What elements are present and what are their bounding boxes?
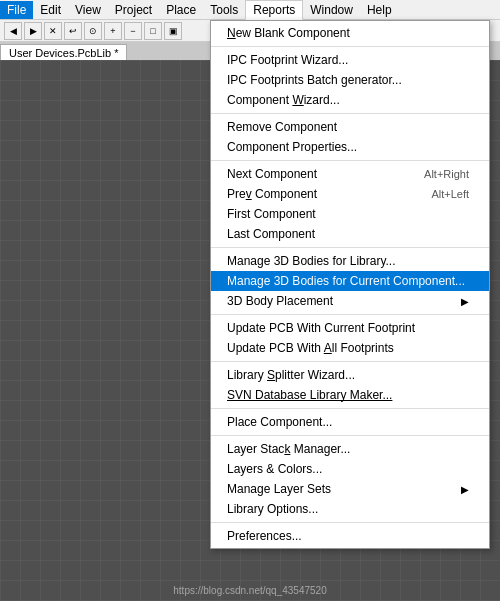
toolbar-btn-4[interactable]: ↩: [64, 22, 82, 40]
menu-last-comp-label: Last Component: [227, 227, 315, 241]
toolbar-btn-2[interactable]: ▶: [24, 22, 42, 40]
separator-9: [211, 522, 489, 523]
separator-3: [211, 160, 489, 161]
menu-comp-props[interactable]: Component Properties...: [211, 137, 489, 157]
menu-manage-layers-label: Manage Layer Sets: [227, 482, 331, 496]
toolbar-btn-7[interactable]: −: [124, 22, 142, 40]
menu-ipc-wizard-label: IPC Footprint Wizard...: [227, 53, 348, 67]
menu-new-blank-label: New Blank Component: [227, 26, 350, 40]
tools-dropdown-menu: New Blank Component IPC Footprint Wizard…: [210, 20, 490, 549]
toolbar-btn-9[interactable]: ▣: [164, 22, 182, 40]
menu-manage-3d-current-label: Manage 3D Bodies for Current Component..…: [227, 274, 465, 288]
watermark: https://blog.csdn.net/qq_43547520: [173, 585, 326, 596]
menu-comp-wizard-label: Component Wizard...: [227, 93, 340, 107]
toolbar-btn-6[interactable]: +: [104, 22, 122, 40]
menu-svn-library-label: SVN Database Library Maker...: [227, 388, 392, 402]
menu-3d-body-placement[interactable]: 3D Body Placement ▶: [211, 291, 489, 311]
menu-new-blank[interactable]: New Blank Component: [211, 23, 489, 43]
menu-edit[interactable]: Edit: [33, 1, 68, 19]
menu-reports[interactable]: Reports: [245, 0, 303, 20]
menu-manage-3d-lib[interactable]: Manage 3D Bodies for Library...: [211, 251, 489, 271]
menu-update-pcb-current[interactable]: Update PCB With Current Footprint: [211, 318, 489, 338]
menu-first-comp[interactable]: First Component: [211, 204, 489, 224]
menu-remove-comp-label: Remove Component: [227, 120, 337, 134]
toolbar-btn-5[interactable]: ⊙: [84, 22, 102, 40]
menu-prev-comp[interactable]: Prev Component Alt+Left: [211, 184, 489, 204]
separator-8: [211, 435, 489, 436]
menu-file[interactable]: File: [0, 1, 33, 19]
menu-window[interactable]: Window: [303, 1, 360, 19]
menu-manage-3d-current[interactable]: Manage 3D Bodies for Current Component..…: [211, 271, 489, 291]
separator-6: [211, 361, 489, 362]
menu-help[interactable]: Help: [360, 1, 399, 19]
menu-comp-props-label: Component Properties...: [227, 140, 357, 154]
menu-remove-comp[interactable]: Remove Component: [211, 117, 489, 137]
menu-next-comp[interactable]: Next Component Alt+Right: [211, 164, 489, 184]
menu-lib-options[interactable]: Library Options...: [211, 499, 489, 519]
menu-lib-splitter-label: Library Splitter Wizard...: [227, 368, 355, 382]
separator-1: [211, 46, 489, 47]
menu-place-comp-label: Place Component...: [227, 415, 332, 429]
menu-project[interactable]: Project: [108, 1, 159, 19]
submenu-arrow: ▶: [461, 296, 469, 307]
menu-last-comp[interactable]: Last Component: [211, 224, 489, 244]
separator-2: [211, 113, 489, 114]
menu-layer-stack[interactable]: Layer Stack Manager...: [211, 439, 489, 459]
menu-preferences-label: Preferences...: [227, 529, 302, 543]
separator-4: [211, 247, 489, 248]
menu-3d-body-placement-label: 3D Body Placement: [227, 294, 333, 308]
menu-lib-options-label: Library Options...: [227, 502, 318, 516]
menu-next-comp-label: Next Component: [227, 167, 317, 181]
menu-lib-splitter[interactable]: Library Splitter Wizard...: [211, 365, 489, 385]
menu-comp-wizard[interactable]: Component Wizard...: [211, 90, 489, 110]
menu-prev-comp-label: Prev Component: [227, 187, 317, 201]
menubar: File Edit View Project Place Tools Repor…: [0, 0, 500, 20]
menu-ipc-batch-label: IPC Footprints Batch generator...: [227, 73, 402, 87]
prev-comp-shortcut: Alt+Left: [431, 188, 469, 200]
toolbar-btn-8[interactable]: □: [144, 22, 162, 40]
tab-pcblib[interactable]: User Devices.PcbLib *: [0, 44, 127, 60]
separator-7: [211, 408, 489, 409]
menu-layer-stack-label: Layer Stack Manager...: [227, 442, 350, 456]
menu-svn-library[interactable]: SVN Database Library Maker...: [211, 385, 489, 405]
toolbar-btn-3[interactable]: ✕: [44, 22, 62, 40]
menu-preferences[interactable]: Preferences...: [211, 526, 489, 546]
menu-first-comp-label: First Component: [227, 207, 316, 221]
separator-5: [211, 314, 489, 315]
manage-layers-arrow: ▶: [461, 484, 469, 495]
menu-place-comp[interactable]: Place Component...: [211, 412, 489, 432]
menu-ipc-wizard[interactable]: IPC Footprint Wizard...: [211, 50, 489, 70]
menu-update-pcb-all-label: Update PCB With All Footprints: [227, 341, 394, 355]
menu-manage-3d-lib-label: Manage 3D Bodies for Library...: [227, 254, 396, 268]
menu-view[interactable]: View: [68, 1, 108, 19]
next-comp-shortcut: Alt+Right: [424, 168, 469, 180]
toolbar-btn-1[interactable]: ◀: [4, 22, 22, 40]
menu-manage-layers[interactable]: Manage Layer Sets ▶: [211, 479, 489, 499]
menu-layers-colors[interactable]: Layers & Colors...: [211, 459, 489, 479]
menu-update-pcb-all[interactable]: Update PCB With All Footprints: [211, 338, 489, 358]
menu-ipc-batch[interactable]: IPC Footprints Batch generator...: [211, 70, 489, 90]
menu-update-pcb-current-label: Update PCB With Current Footprint: [227, 321, 415, 335]
menu-place[interactable]: Place: [159, 1, 203, 19]
menu-tools[interactable]: Tools: [203, 1, 245, 19]
menu-layers-colors-label: Layers & Colors...: [227, 462, 322, 476]
